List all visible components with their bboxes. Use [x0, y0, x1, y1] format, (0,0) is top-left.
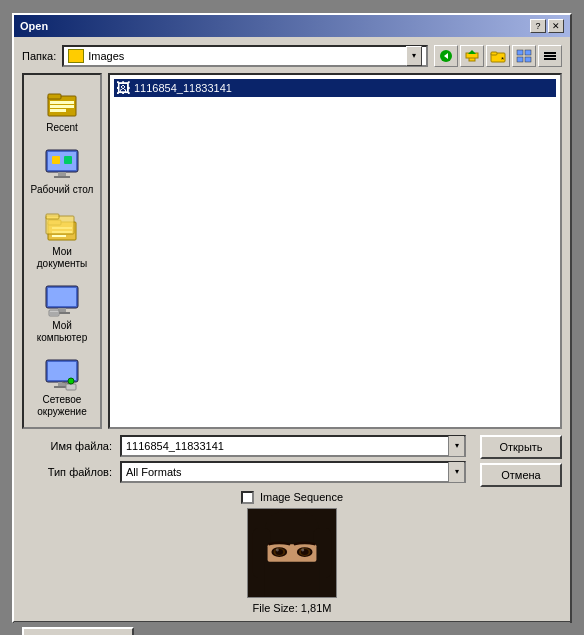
sidebar-item-recent-label: Recent: [46, 122, 78, 134]
open-dialog: Open ? ✕ Папка: Images ▾ *: [12, 13, 572, 623]
svg-text:*: *: [501, 55, 504, 63]
use-adobe-dialog-button[interactable]: Use Adobe Dialog: [22, 627, 134, 636]
top-bar: Папка: Images ▾ *: [22, 45, 562, 67]
filename-combo-arrow[interactable]: ▾: [448, 436, 464, 456]
svg-rect-34: [48, 288, 76, 306]
filetype-combo[interactable]: All Formats ▾: [120, 461, 466, 483]
toolbar-icons: *: [434, 45, 562, 67]
image-sequence-row: Image Sequence: [241, 491, 343, 504]
back-button[interactable]: [434, 45, 458, 67]
svg-rect-11: [525, 57, 531, 62]
bottom-footer: Use Adobe Dialog: [14, 622, 570, 636]
folder-name: Images: [88, 50, 402, 62]
extra-button[interactable]: [538, 45, 562, 67]
folder-label: Папка:: [22, 50, 56, 62]
svg-rect-32: [46, 214, 59, 219]
svg-rect-17: [50, 101, 74, 104]
file-item[interactable]: 🖼 1116854_11833141: [114, 79, 556, 97]
help-button[interactable]: ?: [530, 19, 546, 33]
svg-rect-6: [491, 52, 497, 55]
svg-rect-22: [58, 172, 66, 176]
new-folder-button[interactable]: *: [486, 45, 510, 67]
sidebar-item-network-label: Сетевое окружение: [29, 394, 95, 418]
file-item-icon: 🖼: [116, 80, 130, 96]
sidebar-item-recent[interactable]: Recent: [26, 79, 98, 139]
close-button[interactable]: ✕: [548, 19, 564, 33]
sidebar-item-docs-label: Мои документы: [29, 246, 95, 270]
sidebar-item-desktop[interactable]: Рабочий стол: [26, 141, 98, 201]
svg-rect-9: [525, 50, 531, 55]
cancel-button[interactable]: Отмена: [480, 463, 562, 487]
svg-rect-16: [48, 94, 61, 99]
svg-point-57: [276, 548, 279, 551]
svg-rect-52: [265, 559, 320, 597]
action-buttons: Открыть Отмена: [480, 435, 562, 487]
computer-icon: [44, 282, 80, 318]
filename-label: Имя файла:: [22, 440, 112, 452]
title-bar: Open ? ✕: [14, 15, 570, 37]
bottom-area: Имя файла: 1116854_11833141 ▾ Тип файлов…: [22, 435, 562, 614]
file-size: File Size: 1,81M: [253, 602, 332, 614]
image-sequence-checkbox[interactable]: [241, 491, 254, 504]
svg-rect-30: [52, 235, 66, 237]
svg-point-45: [68, 378, 74, 384]
filename-combo[interactable]: 1116854_11833141 ▾: [120, 435, 466, 457]
preview-area: Image Sequence: [22, 491, 562, 614]
sidebar: Recent Рабочий стол: [22, 73, 102, 429]
filetype-label: Тип файлов:: [22, 466, 112, 478]
sidebar-item-computer[interactable]: Мой компьютер: [26, 277, 98, 349]
filetype-row: Тип файлов: All Formats ▾: [22, 461, 466, 483]
svg-marker-4: [468, 50, 476, 54]
folder-icon: [68, 49, 84, 63]
svg-rect-12: [544, 52, 556, 54]
title-bar-buttons: ? ✕: [530, 19, 564, 33]
svg-rect-18: [50, 105, 74, 108]
filetype-value: All Formats: [122, 466, 448, 478]
svg-rect-14: [544, 58, 556, 60]
filename-value: 1116854_11833141: [122, 440, 448, 452]
docs-icon: [44, 208, 80, 244]
svg-rect-25: [64, 156, 72, 164]
folder-combo-arrow[interactable]: ▾: [406, 46, 422, 66]
filename-row: Имя файла: 1116854_11833141 ▾: [22, 435, 466, 457]
file-item-name: 1116854_11833141: [134, 82, 232, 94]
preview-image: [247, 508, 337, 598]
svg-rect-43: [66, 384, 76, 390]
recent-icon: [44, 84, 80, 120]
dialog-body: Папка: Images ▾ *: [14, 37, 570, 622]
open-button[interactable]: Открыть: [480, 435, 562, 459]
svg-point-61: [301, 548, 304, 551]
sidebar-item-docs[interactable]: Мои документы: [26, 203, 98, 275]
svg-rect-13: [544, 55, 556, 57]
sidebar-item-desktop-label: Рабочий стол: [31, 184, 94, 196]
image-sequence-label: Image Sequence: [260, 491, 343, 503]
svg-rect-10: [517, 57, 523, 62]
svg-rect-23: [54, 176, 70, 178]
content-area: Recent Рабочий стол: [22, 73, 562, 429]
filetype-combo-arrow[interactable]: ▾: [448, 462, 464, 482]
file-list[interactable]: 🖼 1116854_11833141: [108, 73, 562, 429]
view-button[interactable]: [512, 45, 536, 67]
svg-rect-8: [517, 50, 523, 55]
svg-rect-24: [52, 156, 60, 164]
folder-combo[interactable]: Images ▾: [62, 45, 428, 67]
svg-rect-38: [50, 312, 58, 315]
up-button[interactable]: [460, 45, 484, 67]
network-icon: [44, 356, 80, 392]
svg-rect-40: [48, 362, 76, 380]
desktop-icon: [44, 146, 80, 182]
dialog-title: Open: [20, 20, 48, 32]
sidebar-item-network[interactable]: Сетевое окружение: [26, 351, 98, 423]
sidebar-item-computer-label: Мой компьютер: [29, 320, 95, 344]
svg-rect-19: [50, 109, 66, 112]
